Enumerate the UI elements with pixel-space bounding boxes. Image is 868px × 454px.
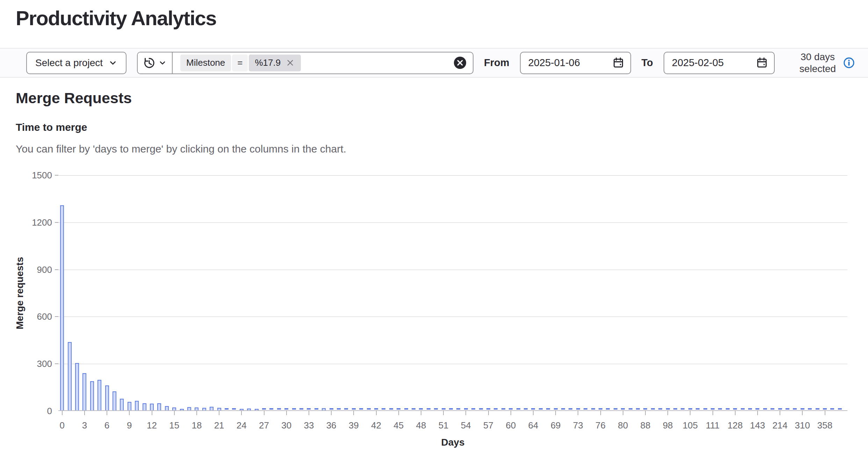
bar[interactable] (830, 408, 834, 410)
bar[interactable] (307, 408, 311, 410)
bar[interactable] (195, 407, 198, 410)
bar[interactable] (531, 408, 535, 410)
filter-token-operator[interactable]: = (232, 55, 248, 71)
bar[interactable] (143, 403, 146, 410)
bar[interactable] (614, 408, 617, 410)
bar[interactable] (651, 408, 655, 410)
bar[interactable] (741, 408, 745, 410)
bar[interactable] (210, 407, 214, 410)
bar[interactable] (284, 408, 288, 410)
bar[interactable] (217, 408, 221, 410)
bar[interactable] (68, 342, 72, 410)
bar[interactable] (367, 408, 371, 410)
bar[interactable] (412, 408, 415, 410)
bar[interactable] (434, 408, 438, 410)
bar[interactable] (404, 408, 408, 410)
bar[interactable] (584, 408, 587, 410)
clear-search-button[interactable] (454, 56, 466, 69)
bar[interactable] (464, 408, 468, 410)
bar[interactable] (808, 408, 812, 410)
search-input[interactable]: Milestone = %17.9 (173, 52, 473, 73)
bar[interactable] (599, 408, 602, 410)
bar[interactable] (255, 409, 259, 410)
bar[interactable] (554, 408, 558, 410)
bar[interactable] (696, 408, 700, 410)
bar[interactable] (427, 408, 431, 410)
bar[interactable] (486, 408, 490, 410)
bar[interactable] (681, 408, 685, 410)
bar[interactable] (247, 409, 251, 410)
bar[interactable] (202, 408, 206, 410)
bar[interactable] (120, 399, 124, 410)
to-date-input[interactable]: 2025-02-05 (664, 52, 775, 74)
bar[interactable] (397, 408, 400, 410)
token-close-icon[interactable] (285, 58, 295, 68)
project-select-button[interactable]: Select a project (26, 52, 126, 74)
bar[interactable] (330, 408, 333, 410)
bar[interactable] (666, 408, 670, 410)
bar[interactable] (539, 408, 543, 410)
bar[interactable] (374, 408, 378, 410)
bar[interactable] (337, 408, 341, 410)
bar[interactable] (75, 363, 79, 410)
bar[interactable] (262, 408, 266, 410)
bar[interactable] (419, 408, 423, 410)
bar[interactable] (90, 381, 94, 410)
bar[interactable] (359, 408, 363, 410)
bar[interactable] (344, 408, 348, 410)
bar[interactable] (838, 408, 842, 410)
bar[interactable] (292, 408, 296, 410)
bar[interactable] (269, 408, 273, 410)
bar[interactable] (524, 408, 528, 410)
bar[interactable] (591, 408, 595, 410)
from-date-input[interactable]: 2025-01-06 (520, 52, 631, 74)
bar[interactable] (232, 408, 236, 410)
bar[interactable] (82, 373, 86, 410)
bar[interactable] (494, 408, 498, 410)
bar[interactable] (658, 408, 662, 410)
bar[interactable] (456, 408, 460, 410)
bar[interactable] (187, 407, 191, 410)
bar[interactable] (778, 408, 782, 410)
bar[interactable] (501, 408, 505, 410)
bar[interactable] (299, 408, 303, 410)
bar[interactable] (382, 408, 385, 410)
search-history-button[interactable] (138, 52, 173, 73)
filter-token-key[interactable]: Milestone (180, 55, 231, 71)
bar[interactable] (816, 408, 819, 410)
bar[interactable] (105, 385, 109, 410)
bar[interactable] (225, 408, 229, 410)
bar[interactable] (509, 408, 513, 410)
bar[interactable] (150, 404, 154, 410)
bar[interactable] (726, 408, 730, 410)
bar[interactable] (755, 408, 759, 410)
bar[interactable] (322, 408, 326, 410)
bar[interactable] (449, 408, 453, 410)
bar[interactable] (718, 408, 722, 410)
bar[interactable] (277, 408, 281, 410)
bar[interactable] (471, 408, 475, 410)
bar[interactable] (786, 408, 789, 410)
bar[interactable] (135, 401, 139, 410)
bar[interactable] (479, 408, 483, 410)
bar[interactable] (442, 408, 446, 410)
bar[interactable] (97, 380, 101, 410)
bar[interactable] (561, 408, 565, 410)
bar[interactable] (793, 408, 797, 410)
bar[interactable] (763, 408, 767, 410)
bar[interactable] (673, 408, 677, 410)
bar[interactable] (733, 408, 737, 410)
bar[interactable] (352, 408, 356, 410)
bar[interactable] (771, 408, 774, 410)
bar[interactable] (165, 406, 169, 410)
bar[interactable] (576, 408, 580, 410)
bar[interactable] (546, 408, 550, 410)
filter-token-value[interactable]: %17.9 (249, 55, 301, 71)
bar[interactable] (113, 391, 116, 410)
bar[interactable] (569, 408, 572, 410)
bar[interactable] (801, 408, 804, 410)
bar[interactable] (629, 408, 632, 410)
bar[interactable] (823, 408, 827, 410)
bar[interactable] (516, 408, 520, 410)
bar[interactable] (180, 409, 184, 410)
